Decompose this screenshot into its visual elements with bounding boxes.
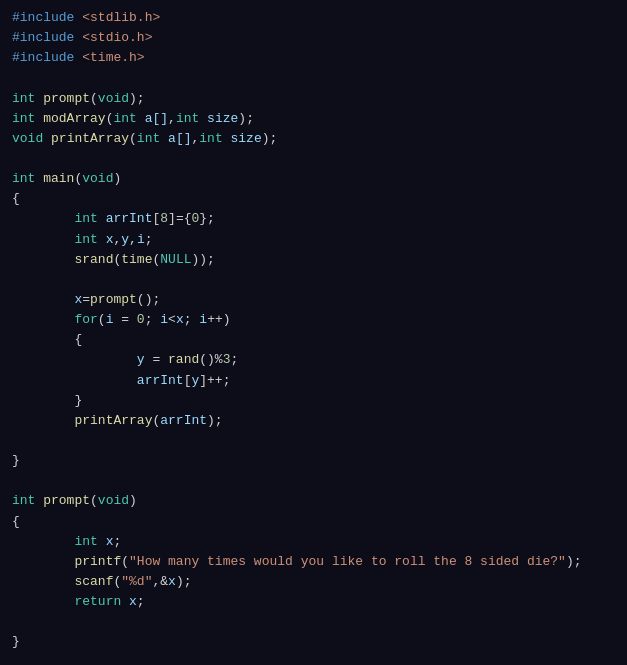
- code-editor: #include <stdlib.h> #include <stdio.h> #…: [0, 0, 627, 665]
- code-line: [12, 653, 615, 666]
- code-line: scanf("%d",&x);: [12, 572, 615, 592]
- code-line: [12, 471, 615, 491]
- code-line: }: [12, 391, 615, 411]
- code-line: y = rand()%3;: [12, 350, 615, 370]
- code-line: #include <stdio.h>: [12, 28, 615, 48]
- code-line: [12, 270, 615, 290]
- code-line: printf("How many times would you like to…: [12, 552, 615, 572]
- code-line: }: [12, 451, 615, 471]
- code-line: x=prompt();: [12, 290, 615, 310]
- code-line: [12, 68, 615, 88]
- code-line: srand(time(NULL));: [12, 250, 615, 270]
- code-line: void printArray(int a[],int size);: [12, 129, 615, 149]
- code-line: int x;: [12, 532, 615, 552]
- code-line: [12, 431, 615, 451]
- code-line: #include <stdlib.h>: [12, 8, 615, 28]
- code-line: }: [12, 632, 615, 652]
- code-line: int main(void): [12, 169, 615, 189]
- code-line: {: [12, 512, 615, 532]
- code-line: [12, 612, 615, 632]
- code-line: arrInt[y]++;: [12, 371, 615, 391]
- code-line: {: [12, 189, 615, 209]
- code-line: return x;: [12, 592, 615, 612]
- code-line: int modArray(int a[],int size);: [12, 109, 615, 129]
- code-line: int prompt(void);: [12, 89, 615, 109]
- code-line: [12, 149, 615, 169]
- code-line: int prompt(void): [12, 491, 615, 511]
- code-line: printArray(arrInt);: [12, 411, 615, 431]
- code-line: #include <time.h>: [12, 48, 615, 68]
- code-line: {: [12, 330, 615, 350]
- code-line: for(i = 0; i<x; i++): [12, 310, 615, 330]
- code-line: int arrInt[8]={0};: [12, 209, 615, 229]
- code-line: int x,y,i;: [12, 230, 615, 250]
